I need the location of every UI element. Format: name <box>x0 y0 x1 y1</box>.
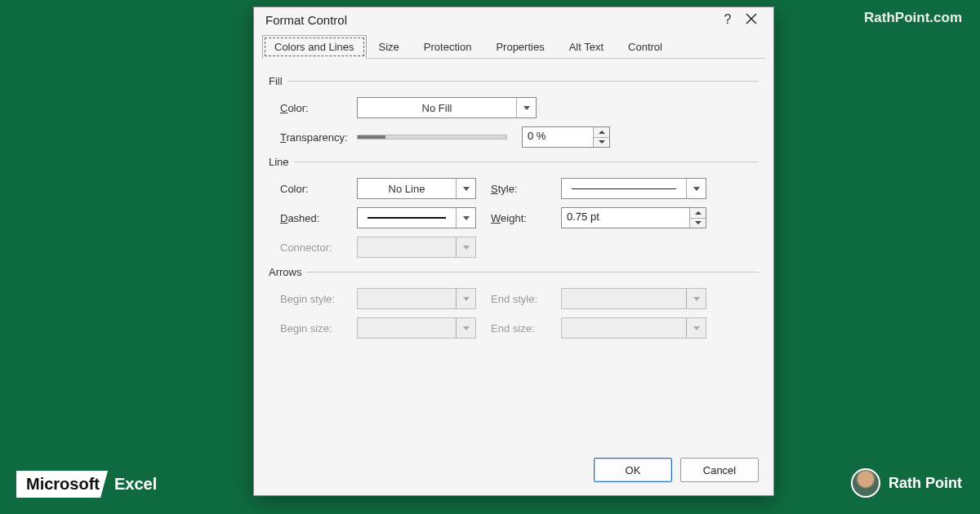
tab-protection[interactable]: Protection <box>412 35 484 59</box>
line-style-dropdown-button[interactable] <box>686 179 706 198</box>
weight-value[interactable]: 0.75 pt <box>562 208 689 228</box>
end-size-combo <box>561 317 706 339</box>
begin-style-combo <box>357 288 476 309</box>
end-style-combo <box>561 288 706 309</box>
begin-size-label: Begin size: <box>269 322 357 335</box>
format-control-dialog: Format Control ? Colors and Lines Size P… <box>253 7 774 496</box>
dialog-footer: OK Cancel <box>254 448 773 495</box>
fill-color-label: Color: <box>269 102 357 114</box>
fill-color-value: No Fill <box>358 102 516 114</box>
cancel-button[interactable]: Cancel <box>680 458 759 482</box>
section-fill: Fill <box>269 75 759 87</box>
title-bar: Format Control ? <box>254 7 773 35</box>
tab-properties[interactable]: Properties <box>483 35 556 59</box>
chevron-down-icon <box>463 297 470 301</box>
begin-size-combo <box>357 317 476 339</box>
line-color-label: Color: <box>269 183 357 195</box>
triangle-up-icon <box>599 131 605 134</box>
line-color-combo[interactable]: No Line <box>357 178 476 199</box>
end-style-label: End style: <box>491 293 561 305</box>
tab-size[interactable]: Size <box>367 35 412 59</box>
transparency-value[interactable]: 0 % <box>523 127 593 147</box>
line-color-value: No Line <box>358 183 456 195</box>
connector-combo <box>357 237 476 258</box>
end-size-label: End size: <box>491 322 561 335</box>
chevron-down-icon <box>693 297 700 301</box>
dialog-body: Fill Color: No Fill Transparency: 0 % Li… <box>254 59 773 448</box>
help-button[interactable]: ? <box>716 12 739 27</box>
dashed-dropdown-button[interactable] <box>456 208 475 228</box>
dialog-title: Format Control <box>265 13 716 27</box>
avatar <box>851 468 880 498</box>
ok-button[interactable]: OK <box>594 458 672 482</box>
weight-down-button[interactable] <box>690 219 706 228</box>
dashed-preview <box>368 217 446 219</box>
chevron-down-icon <box>463 216 470 220</box>
triangle-down-icon <box>599 140 605 144</box>
end-style-dropdown-button <box>686 289 706 308</box>
transparency-down-button[interactable] <box>594 138 609 148</box>
connector-label: Connector: <box>269 241 357 254</box>
dashed-label: Dashed: <box>269 212 357 224</box>
close-button[interactable] <box>739 13 764 27</box>
microsoft-label: Microsoft <box>16 471 108 498</box>
chevron-down-icon <box>523 106 530 110</box>
weight-up-button[interactable] <box>690 208 706 219</box>
section-arrows-label: Arrows <box>269 266 301 278</box>
tab-colors-and-lines[interactable]: Colors and Lines <box>262 35 367 59</box>
section-fill-label: Fill <box>269 75 283 87</box>
author-name: Rath Point <box>889 475 962 492</box>
line-style-preview <box>572 188 676 189</box>
excel-label: Excel <box>114 475 157 494</box>
chevron-down-icon <box>463 187 470 191</box>
tab-alt-text[interactable]: Alt Text <box>557 35 616 59</box>
begin-style-label: Begin style: <box>269 293 357 305</box>
end-size-dropdown-button <box>686 318 706 338</box>
fill-color-dropdown-button[interactable] <box>516 98 536 117</box>
section-arrows: Arrows <box>269 266 759 278</box>
section-line: Line <box>269 156 759 168</box>
author-block: Rath Point <box>851 468 962 498</box>
transparency-label: Transparency: <box>269 131 357 144</box>
line-style-label: Style: <box>491 183 561 195</box>
triangle-up-icon <box>695 211 702 215</box>
chevron-down-icon <box>693 187 700 191</box>
begin-style-dropdown-button <box>456 289 475 308</box>
begin-size-dropdown-button <box>456 318 475 338</box>
fill-color-combo[interactable]: No Fill <box>357 97 537 118</box>
dashed-combo[interactable] <box>357 207 476 228</box>
triangle-down-icon <box>695 221 702 224</box>
transparency-up-button[interactable] <box>594 127 609 138</box>
product-badge: Microsoft Excel <box>16 471 157 498</box>
chevron-down-icon <box>693 326 700 330</box>
tab-control[interactable]: Control <box>616 35 675 59</box>
tab-strip: Colors and Lines Size Protection Propert… <box>254 35 773 59</box>
line-color-dropdown-button[interactable] <box>456 179 475 198</box>
close-icon <box>746 13 757 24</box>
section-line-label: Line <box>269 156 289 168</box>
weight-label: Weight: <box>491 212 561 224</box>
transparency-spinner[interactable]: 0 % <box>522 126 610 148</box>
chevron-down-icon <box>463 246 470 250</box>
transparency-slider[interactable] <box>357 135 507 140</box>
line-style-combo[interactable] <box>561 178 706 199</box>
weight-spinner[interactable]: 0.75 pt <box>561 207 706 228</box>
chevron-down-icon <box>463 326 470 330</box>
connector-dropdown-button <box>456 237 475 257</box>
site-url: RathPoint.com <box>864 10 962 26</box>
